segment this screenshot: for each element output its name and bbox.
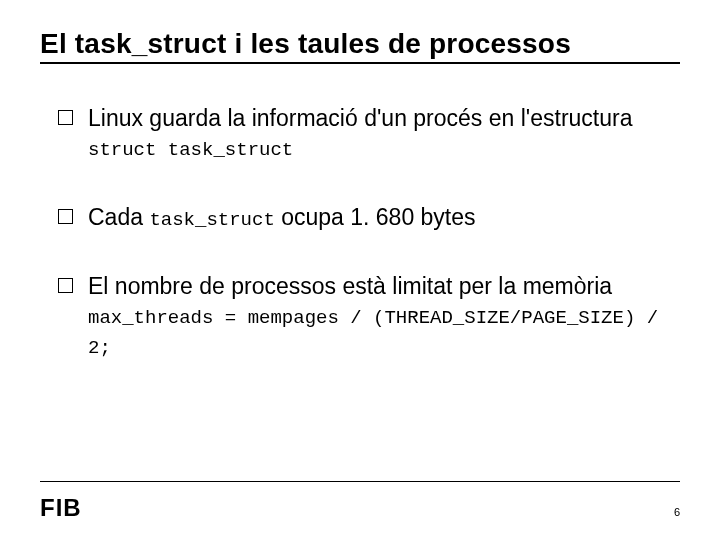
bullet-code: max_threads = mempages / (THREAD_SIZE/PA… [88,307,658,359]
fib-logo: FIB [40,494,82,522]
logo-text: FIB [40,494,82,522]
bullet-text-pre: Cada [88,204,149,230]
footer-rule [40,481,680,482]
slide-title: El task_struct i les taules de processos [40,28,680,60]
title-underline: El task_struct i les taules de processos [40,28,680,64]
bullet-item: Linux guarda la informació d'un procés e… [58,104,680,163]
bullet-item: El nombre de processos està limitat per … [58,272,680,360]
page-number: 6 [674,506,680,518]
bullet-text-post: ocupa 1. 680 bytes [275,204,476,230]
bullet-list: Linux guarda la informació d'un procés e… [40,104,680,361]
slide: El task_struct i les taules de processos… [0,0,720,540]
bullet-code: task_struct [149,209,274,231]
bullet-text-pre: El nombre de processos està limitat per … [88,273,612,299]
bullet-code: struct task_struct [88,139,293,161]
bullet-item: Cada task_struct ocupa 1. 680 bytes [58,203,680,233]
bullet-text-pre: Linux guarda la informació d'un procés e… [88,105,632,131]
